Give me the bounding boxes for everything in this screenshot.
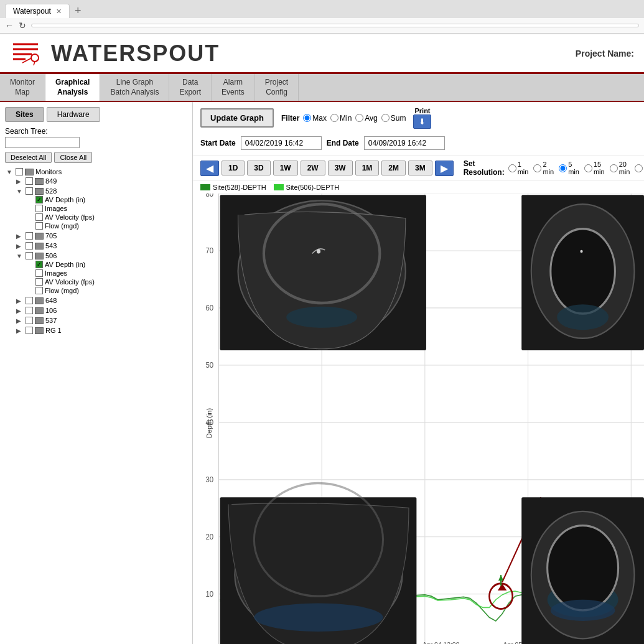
- filter-label: Filter: [281, 114, 299, 123]
- tab-data-export[interactable]: DataExport: [169, 74, 212, 101]
- lbl-506-flow: Flow (mgd): [45, 287, 79, 294]
- tree-monitors-row[interactable]: ▼ Monitors: [5, 167, 187, 176]
- cb-506-images[interactable]: [35, 269, 43, 277]
- tab-project-config[interactable]: ProjectConfig: [255, 74, 299, 101]
- res-20min[interactable]: 20 min: [610, 161, 630, 175]
- back-btn[interactable]: ←: [5, 21, 14, 30]
- res-1min[interactable]: 1 min: [508, 161, 529, 175]
- tab-graphical-analysis[interactable]: GraphicalAnalysis: [45, 74, 100, 101]
- row-528-flow[interactable]: Flow (mgd): [25, 222, 187, 230]
- filter-section: Filter Max Min Avg Sum: [281, 114, 406, 123]
- btn-1d[interactable]: 1D: [222, 161, 245, 175]
- checkbox-648[interactable]: [26, 297, 33, 304]
- svg-text:80: 80: [205, 194, 213, 198]
- checkbox-506[interactable]: [26, 252, 33, 259]
- btn-1w[interactable]: 1W: [273, 161, 298, 175]
- res-5min[interactable]: 5 min: [559, 161, 579, 175]
- svg-text:Apr 04 12:00: Apr 04 12:00: [422, 641, 459, 644]
- url-bar[interactable]: [31, 24, 639, 27]
- label-648: 648: [45, 297, 57, 304]
- expander-537: ▶: [16, 317, 24, 324]
- filter-sum[interactable]: Sum: [381, 114, 406, 123]
- cb-528-flow[interactable]: [35, 222, 43, 230]
- tree-row-537[interactable]: ▶ 537: [15, 316, 187, 325]
- tree-row-849[interactable]: ▶ 849: [15, 177, 187, 185]
- row-528-depth[interactable]: ✓ AV Depth (in): [25, 195, 187, 204]
- start-date-input[interactable]: 04/02/2019 16:42: [241, 136, 322, 150]
- sidebar-tab-hardware[interactable]: Hardware: [47, 107, 100, 122]
- cb-528-velocity[interactable]: [35, 213, 43, 221]
- right-panel: Update Graph Filter Max Min Avg Sum Prin…: [193, 102, 644, 644]
- checkbox-537[interactable]: [26, 317, 33, 324]
- tree-row-543[interactable]: ▶ 543: [15, 241, 187, 250]
- checkbox-543[interactable]: [26, 242, 33, 250]
- icon-543: [35, 243, 44, 250]
- tree-row-705[interactable]: ▶ 705: [15, 231, 187, 240]
- svg-text:50: 50: [205, 361, 213, 370]
- row-506-velocity[interactable]: AV Velocity (fps): [25, 278, 187, 286]
- start-date-label: Start Date: [200, 139, 236, 147]
- tab-line-graph[interactable]: Line GraphBatch Analysis: [100, 74, 169, 101]
- update-graph-btn[interactable]: Update Graph: [200, 108, 274, 128]
- btn-1m[interactable]: 1M: [355, 161, 380, 175]
- tree-row-rg1[interactable]: ▶ RG 1: [15, 326, 187, 335]
- btn-3d[interactable]: 3D: [247, 161, 270, 175]
- refresh-btn[interactable]: ↻: [19, 21, 26, 30]
- btn-3w[interactable]: 3W: [328, 161, 353, 175]
- filter-min[interactable]: Min: [330, 114, 352, 123]
- main-layout: Sites Hardware Search Tree: Deselect All…: [0, 102, 644, 644]
- cb-528-images[interactable]: [35, 205, 43, 212]
- print-btn[interactable]: ⬇: [413, 114, 431, 129]
- row-506-images[interactable]: Images: [25, 269, 187, 278]
- tab-close-btn[interactable]: ✕: [56, 7, 62, 16]
- close-all-btn[interactable]: Close All: [54, 152, 92, 163]
- row-528-images[interactable]: Images: [25, 204, 187, 213]
- filter-avg[interactable]: Avg: [355, 114, 377, 123]
- icon-106: [35, 307, 44, 314]
- tree-row-506[interactable]: ▼ 506: [15, 251, 187, 260]
- res-30min[interactable]: 30 min: [635, 161, 644, 175]
- tree-row-648[interactable]: ▶ 648: [15, 296, 187, 305]
- children-506: ✓ AV Depth (in) Images AV Velocity (fps): [25, 260, 187, 295]
- browser-tab[interactable]: Waterspout ✕: [5, 4, 70, 18]
- search-input[interactable]: [5, 137, 80, 148]
- checkbox-106[interactable]: [26, 307, 33, 314]
- sidebar-tab-sites[interactable]: Sites: [5, 107, 44, 122]
- label-543: 543: [45, 242, 57, 250]
- checkbox-528[interactable]: [26, 187, 33, 195]
- row-528-velocity[interactable]: AV Velocity (fps): [25, 213, 187, 222]
- cb-506-depth[interactable]: ✓: [35, 261, 43, 268]
- monitors-checkbox[interactable]: [16, 168, 23, 175]
- y-axis-label: Depth (in): [205, 408, 213, 438]
- btn-3m[interactable]: 3M: [408, 161, 432, 175]
- res-15min[interactable]: 15 min: [584, 161, 605, 175]
- print-section: Print ⬇: [413, 107, 431, 129]
- tree-node-648: ▶ 648: [15, 296, 187, 306]
- next-time-btn[interactable]: ▶: [435, 161, 454, 176]
- btn-2m[interactable]: 2M: [381, 161, 406, 175]
- cb-528-depth[interactable]: ✓: [35, 196, 43, 203]
- lbl-528-flow: Flow (mgd): [45, 222, 79, 230]
- btn-2w[interactable]: 2W: [301, 161, 325, 175]
- tree-node-106: ▶ 106: [15, 306, 187, 315]
- deselect-all-btn[interactable]: Deselect All: [5, 152, 52, 163]
- label-528: 528: [45, 187, 57, 195]
- res-2min[interactable]: 2 min: [533, 161, 554, 175]
- tab-monitor-map[interactable]: MonitorMap: [0, 74, 45, 101]
- tree-row-528[interactable]: ▼ 528: [15, 187, 187, 195]
- checkbox-rg1[interactable]: [26, 327, 33, 334]
- prev-time-btn[interactable]: ◀: [200, 161, 219, 176]
- row-506-flow[interactable]: Flow (mgd): [25, 286, 187, 295]
- svg-point-42: [551, 229, 615, 314]
- tab-alarm-events[interactable]: AlarmEvents: [212, 74, 255, 101]
- checkbox-849[interactable]: [26, 177, 33, 185]
- cb-506-velocity[interactable]: [35, 278, 43, 286]
- row-506-depth[interactable]: ✓ AV Depth (in): [25, 260, 187, 269]
- filter-max[interactable]: Max: [303, 114, 327, 123]
- end-date-input[interactable]: 04/09/2019 16:42: [364, 136, 445, 150]
- checkbox-705[interactable]: [26, 232, 33, 240]
- cb-506-flow[interactable]: [35, 287, 43, 294]
- label-849: 849: [45, 177, 57, 185]
- tree-row-106[interactable]: ▶ 106: [15, 306, 187, 315]
- new-tab-btn[interactable]: +: [70, 4, 86, 17]
